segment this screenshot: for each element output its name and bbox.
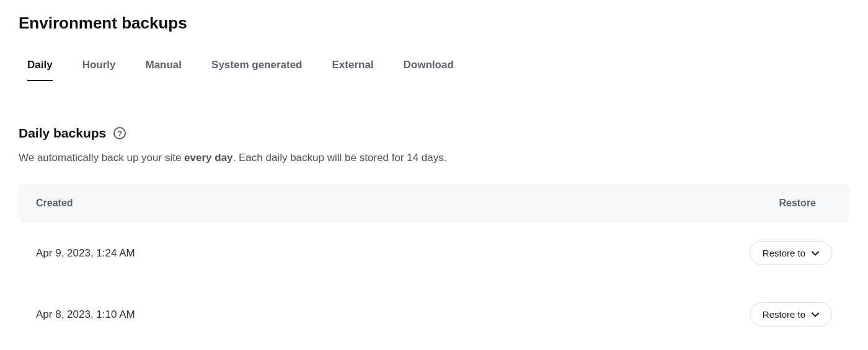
- tab-system-generated[interactable]: System generated: [211, 59, 302, 81]
- col-header-created: Created: [36, 198, 73, 209]
- restore-to-button[interactable]: Restore to: [750, 241, 832, 265]
- table-row: Apr 9, 2023, 1:24 AM Restore to: [19, 222, 849, 284]
- section-title: Daily backups: [19, 126, 106, 141]
- tab-hourly[interactable]: Hourly: [82, 59, 116, 81]
- created-value: Apr 8, 2023, 1:10 AM: [36, 308, 135, 321]
- page-title: Environment backups: [19, 14, 849, 33]
- col-header-restore: Restore: [779, 198, 832, 209]
- restore-button-label: Restore to: [763, 309, 805, 320]
- tab-download[interactable]: Download: [404, 59, 454, 81]
- section-description: We automatically back up your site every…: [19, 152, 849, 164]
- description-pre: We automatically back up your site: [19, 152, 184, 164]
- table-header: Created Restore: [19, 184, 849, 222]
- restore-button-label: Restore to: [763, 248, 805, 258]
- tab-manual[interactable]: Manual: [145, 59, 182, 81]
- chevron-down-icon: [812, 251, 819, 256]
- tabs: Daily Hourly Manual System generated Ext…: [19, 59, 849, 81]
- restore-to-button[interactable]: Restore to: [750, 302, 832, 326]
- section-header: Daily backups ?: [19, 126, 849, 141]
- help-icon[interactable]: ?: [113, 127, 126, 139]
- tab-external[interactable]: External: [332, 59, 374, 81]
- created-value: Apr 9, 2023, 1:24 AM: [36, 247, 135, 260]
- description-post: . Each daily backup will be stored for 1…: [233, 152, 447, 164]
- table-row: Apr 8, 2023, 1:10 AM Restore to: [19, 284, 849, 345]
- chevron-down-icon: [812, 312, 819, 317]
- description-bold: every day: [184, 152, 232, 164]
- tab-daily[interactable]: Daily: [27, 59, 53, 81]
